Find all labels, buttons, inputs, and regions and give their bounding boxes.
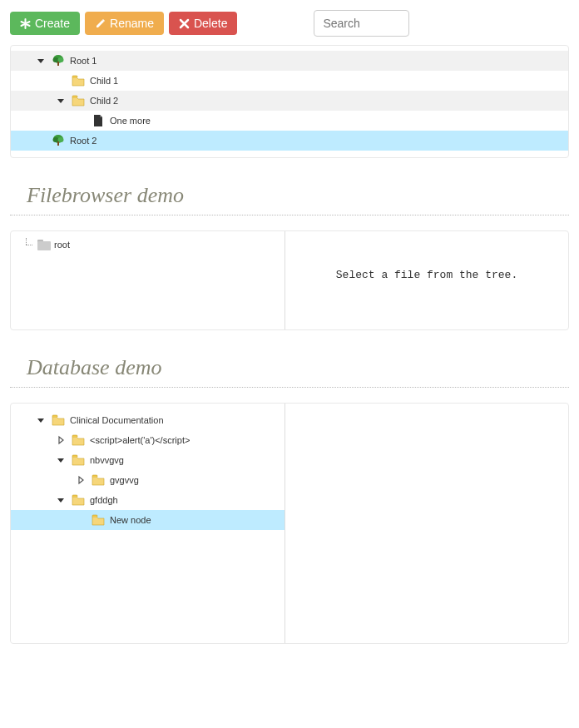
toggle-icon[interactable]	[51, 450, 71, 470]
filebrowser-root-node[interactable]: root	[12, 238, 283, 251]
node-label: Child 1	[89, 76, 118, 86]
filebrowser-content: Select a file from the tree.	[285, 231, 568, 329]
filebrowser-placeholder: Select a file from the tree.	[336, 269, 517, 281]
filebrowser-title: Filebrowser demo	[27, 183, 569, 208]
database-tree: Clinical Documentation <script>alert('a'…	[11, 404, 285, 643]
folder-icon	[91, 513, 106, 527]
db-node-gfddgh[interactable]: gfddgh	[11, 490, 285, 510]
tree-node-root2[interactable]: Root 2	[11, 131, 568, 151]
folder-icon	[91, 473, 106, 488]
database-content	[285, 404, 568, 643]
create-button[interactable]: Create	[10, 12, 80, 35]
folder-icon	[71, 453, 86, 468]
toggle-icon[interactable]	[71, 470, 91, 490]
node-label: Clinical Documentation	[69, 415, 164, 425]
create-label: Create	[35, 17, 70, 30]
tree-node-onemore[interactable]: One more	[11, 111, 568, 131]
folder-icon	[71, 93, 86, 108]
node-label: Child 2	[89, 96, 118, 106]
toggle-icon[interactable]	[31, 410, 51, 430]
db-node-newnode[interactable]: New node	[11, 510, 285, 530]
filebrowser-panel: root Select a file from the tree.	[10, 230, 569, 330]
toggle-icon[interactable]	[51, 490, 71, 510]
database-title: Database demo	[27, 355, 569, 380]
toggle-icon[interactable]	[51, 91, 71, 111]
node-label: gfddgh	[89, 495, 118, 505]
tree-panel: Root 1 Child 1 Child 2 One more Root 2	[10, 45, 569, 158]
db-node-clinical[interactable]: Clinical Documentation	[11, 410, 285, 430]
db-node-gvgvvg[interactable]: gvgvvg	[11, 470, 285, 490]
divider	[10, 387, 569, 388]
tree-node-child2[interactable]: Child 2	[11, 91, 568, 111]
filebrowser-tree: root	[11, 231, 285, 329]
rename-button[interactable]: Rename	[85, 12, 164, 35]
node-label: nbvvgvg	[89, 455, 124, 465]
node-label: One more	[109, 116, 151, 126]
toggle-icon[interactable]	[51, 430, 71, 450]
node-label: Root 2	[69, 136, 96, 146]
node-label: root	[54, 240, 70, 250]
node-label: Root 1	[69, 56, 96, 66]
search-input[interactable]	[314, 10, 409, 37]
node-label: gvgvvg	[109, 475, 139, 485]
db-node-script[interactable]: <script>alert('a')</script>	[11, 430, 285, 450]
tree-root-icon	[51, 53, 66, 68]
toggle-icon[interactable]	[31, 51, 51, 71]
delete-button[interactable]: Delete	[169, 12, 237, 35]
folder-icon	[71, 493, 86, 508]
tree-root-icon	[51, 133, 66, 148]
pencil-icon	[95, 18, 106, 29]
rename-label: Rename	[110, 17, 154, 30]
delete-label: Delete	[194, 17, 227, 30]
tree-connector-icon	[21, 238, 34, 251]
x-icon	[179, 18, 190, 29]
folder-grey-icon	[37, 240, 51, 250]
tree-node-root1[interactable]: Root 1	[11, 51, 568, 71]
folder-icon	[71, 73, 86, 88]
db-node-nbvvgvg[interactable]: nbvvgvg	[11, 450, 285, 470]
folder-icon	[71, 433, 86, 448]
divider	[10, 215, 569, 215]
folder-icon	[51, 413, 66, 428]
node-label: <script>alert('a')</script>	[89, 435, 190, 445]
node-label: New node	[109, 515, 151, 525]
toolbar: Create Rename Delete	[10, 10, 569, 37]
file-icon	[91, 113, 106, 128]
tree-node-child1[interactable]: Child 1	[11, 71, 568, 91]
asterisk-icon	[20, 18, 31, 29]
tree: Root 1 Child 1 Child 2 One more Root 2	[11, 46, 568, 151]
database-panel: Clinical Documentation <script>alert('a'…	[10, 403, 569, 644]
